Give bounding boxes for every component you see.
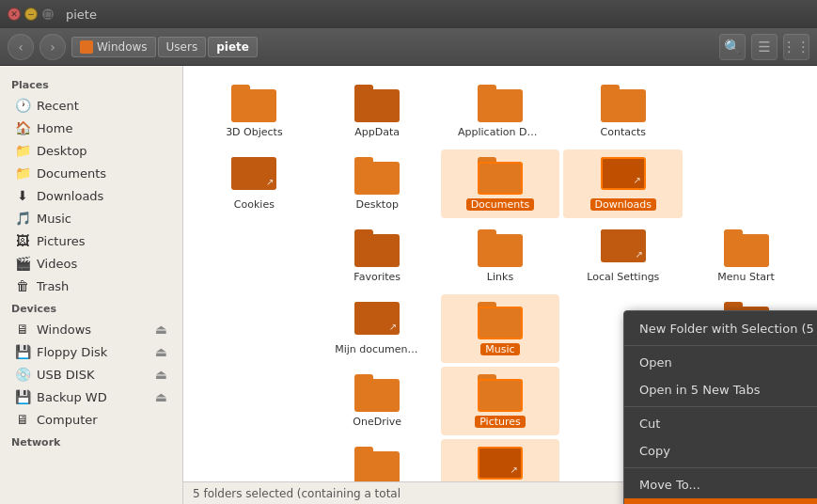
breadcrumb: Windows Users piete: [71, 37, 258, 57]
file-item-favorites[interactable]: Favorites: [318, 222, 437, 291]
breadcrumb-users-label: Users: [166, 40, 198, 54]
breadcrumb-users[interactable]: Users: [158, 37, 207, 57]
windows-eject-icon[interactable]: ⏏: [155, 322, 167, 337]
search-button[interactable]: 🔍: [719, 34, 746, 60]
home-icon: 🏠: [15, 120, 30, 135]
ctx-cut[interactable]: Cut: [624, 410, 817, 437]
file-label-appdata: AppData: [354, 126, 400, 138]
sidebar-item-floppy-label: Floppy Disk: [37, 345, 107, 359]
breadcrumb-piete[interactable]: piete: [208, 37, 258, 57]
folder-icon-mijndoc: ↗: [354, 302, 400, 339]
file-item-appdata2[interactable]: Application Data: [441, 77, 560, 146]
file-item-localsettings[interactable]: ↗ Local Settings: [563, 222, 683, 291]
ctx-new-folder[interactable]: New Folder with Selection (5 Items): [624, 315, 817, 342]
sidebar-item-downloads[interactable]: ⬇ Downloads: [4, 184, 179, 207]
file-item-mijndoc[interactable]: ↗ Mijn documenten: [318, 294, 437, 363]
folder-icon-searches: [354, 447, 400, 484]
main-layout: Places 🕐 Recent 🏠 Home 📁 Desktop 📁 Docum…: [0, 66, 817, 504]
trash-icon: 🗑: [15, 278, 30, 293]
sidebar-item-trash[interactable]: 🗑 Trash: [4, 275, 179, 297]
floppy-eject-icon[interactable]: ⏏: [155, 344, 167, 359]
file-label-localsettings: Local Settings: [587, 271, 659, 283]
sidebar-item-pictures[interactable]: 🖼 Pictures: [4, 229, 179, 252]
sidebar-item-trash-label: Trash: [37, 279, 69, 293]
file-item-menustart[interactable]: Menu Start: [686, 222, 806, 291]
file-item-documents[interactable]: Documents: [441, 150, 560, 218]
ctx-copy[interactable]: Copy: [624, 437, 817, 465]
file-area: 3D Objects AppData Application Data: [183, 66, 817, 504]
ctx-open[interactable]: Open: [624, 349, 817, 376]
ctx-copy-to[interactable]: Copy To...: [624, 498, 817, 504]
sidebar-item-music[interactable]: 🎵 Music: [4, 207, 179, 229]
sidebar-item-computer[interactable]: 🖥 Computer: [4, 408, 179, 431]
toolbar: ‹ › Windows Users piete 🔍 ☰ ⋮⋮: [0, 28, 817, 66]
sidebar-item-windows-device[interactable]: 🖥 Windows ⏏: [4, 318, 179, 340]
menu-button[interactable]: ☰: [751, 34, 778, 60]
folder-icon-documents: [478, 157, 523, 195]
backupwd-eject-icon[interactable]: ⏏: [155, 389, 167, 404]
sidebar-item-floppy[interactable]: 💾 Floppy Disk ⏏: [4, 340, 179, 363]
file-item-onedrive[interactable]: OneDrive: [318, 367, 437, 435]
file-label-appdata2: Application Data: [458, 126, 542, 138]
windows-icon: [80, 40, 93, 54]
file-item-downloads[interactable]: ↗ Downloads: [563, 150, 683, 218]
folder-icon-sendto: ↗: [478, 447, 523, 484]
maximize-button[interactable]: □: [41, 8, 55, 21]
sidebar-item-usb[interactable]: 💿 USB DISK ⏏: [4, 363, 179, 386]
folder-icon-pictures: [478, 374, 523, 412]
file-item-desktop[interactable]: Desktop: [318, 150, 437, 218]
file-item-cookies[interactable]: ↗ Cookies: [195, 150, 314, 218]
sidebar-item-usb-label: USB DISK: [37, 368, 94, 382]
file-item-appdata[interactable]: AppData: [318, 77, 437, 146]
sidebar-item-desktop[interactable]: 📁 Desktop: [4, 139, 179, 162]
breadcrumb-windows-label: Windows: [97, 40, 148, 54]
ctx-open-tabs[interactable]: Open in 5 New Tabs: [624, 376, 817, 403]
windows-device-icon: 🖥: [15, 322, 30, 337]
file-label-documents: Documents: [466, 198, 535, 211]
file-item-links[interactable]: Links: [441, 222, 560, 291]
folder-icon-menustart: [724, 229, 769, 267]
sidebar-item-windows-device-label: Windows: [37, 323, 91, 337]
folder-icon-desktop: [354, 157, 400, 195]
sidebar-item-videos[interactable]: 🎬 Videos: [4, 252, 179, 275]
places-label: Places: [0, 73, 182, 94]
sidebar-item-recent-label: Recent: [37, 99, 79, 113]
sidebar-item-downloads-label: Downloads: [37, 189, 103, 203]
folder-icon-appdata2: [478, 85, 523, 122]
music-icon: 🎵: [15, 211, 30, 226]
file-label-downloads: Downloads: [590, 198, 656, 211]
sidebar-item-home[interactable]: 🏠 Home: [4, 117, 179, 139]
file-item-pictures[interactable]: Pictures: [441, 367, 560, 435]
breadcrumb-windows[interactable]: Windows: [71, 37, 156, 57]
folder-icon-onedrive: [354, 374, 400, 412]
sidebar: Places 🕐 Recent 🏠 Home 📁 Desktop 📁 Docum…: [0, 66, 183, 504]
sidebar-item-home-label: Home: [37, 121, 72, 135]
ctx-sep-2: [624, 406, 817, 407]
file-item-music[interactable]: Music: [441, 294, 560, 363]
file-label-pictures: Pictures: [475, 416, 526, 428]
file-label-favorites: Favorites: [354, 271, 401, 283]
minimize-button[interactable]: −: [24, 8, 38, 21]
sidebar-item-documents[interactable]: 📁 Documents: [4, 162, 179, 184]
file-item-contacts[interactable]: Contacts: [563, 77, 683, 146]
back-button[interactable]: ‹: [8, 34, 34, 60]
titlebar-buttons: ✕ − □: [8, 8, 55, 21]
grid-button[interactable]: ⋮⋮: [783, 34, 809, 60]
window-title: piete: [66, 8, 97, 22]
sidebar-item-backupwd[interactable]: 💾 Backup WD ⏏: [4, 386, 179, 408]
file-item-3dobjects[interactable]: 3D Objects: [195, 77, 314, 146]
forward-button[interactable]: ›: [39, 34, 66, 60]
breadcrumb-piete-label: piete: [216, 40, 249, 54]
ctx-move-to[interactable]: Move To...: [624, 471, 817, 498]
ctx-sep-1: [624, 345, 817, 346]
close-button[interactable]: ✕: [8, 8, 21, 21]
folder-icon-cookies: ↗: [231, 157, 276, 195]
downloads-icon: ⬇: [15, 188, 30, 203]
sidebar-item-recent[interactable]: 🕐 Recent: [4, 94, 179, 117]
sidebar-item-desktop-label: Desktop: [37, 144, 87, 158]
file-label-cookies: Cookies: [234, 198, 275, 211]
file-label-mijndoc: Mijn documenten: [335, 343, 419, 355]
usb-eject-icon[interactable]: ⏏: [155, 367, 167, 382]
folder-icon-3dobjects: [231, 85, 276, 122]
localsettings-arrow-icon: ↗: [635, 249, 642, 260]
